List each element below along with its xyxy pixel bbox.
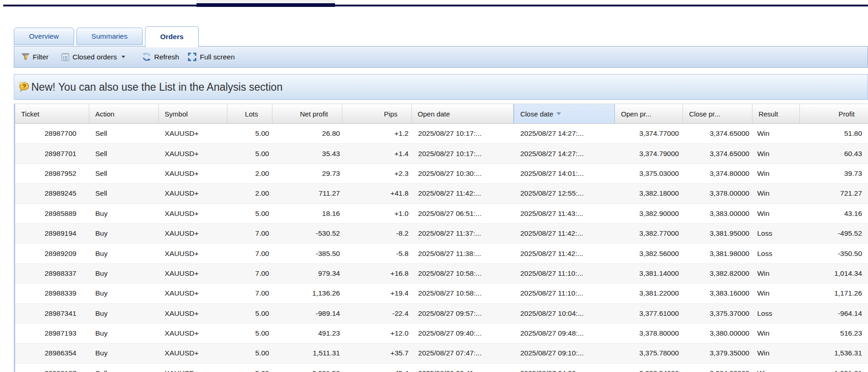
cell-close_price: 3,380.00000 [683, 329, 752, 337]
table-row[interactable]: 28985889BuyXAUUSD+5.0018.16+1.02025/08/2… [15, 204, 868, 224]
fullscreen-button[interactable]: Full screen [184, 50, 238, 64]
order-list-icon [61, 53, 69, 61]
header-label-open_date: Open date [418, 110, 450, 118]
cell-net_profit: 2,021.56 [272, 369, 342, 372]
orders-toolbar: Filter Closed orders [14, 46, 868, 68]
cell-open_price: 3,374.79000 [615, 150, 683, 158]
table-row[interactable]: 28986354BuyXAUUSD+5.001,511.31+35.72025/… [15, 343, 868, 363]
cell-open_price: 3,375.03000 [615, 169, 683, 178]
table-row[interactable]: 28987952SellXAUUSD+2.0029.73+2.32025/08/… [15, 164, 868, 184]
cell-lots: 5.00 [227, 309, 272, 318]
filter-button[interactable]: Filter [18, 51, 52, 63]
cell-net_profit: -385.50 [272, 250, 342, 258]
cell-profit: -495.52 [800, 229, 868, 238]
table-row[interactable]: 28989245SellXAUUSD+2.00711.27+41.82025/0… [15, 184, 868, 203]
cell-symbol: XAUUSD+ [159, 289, 227, 297]
cell-close_price: 3,383.00000 [683, 209, 752, 218]
table-row[interactable]: 28987193BuyXAUUSD+5.00491.23+12.02025/08… [15, 324, 868, 343]
cell-ticket: 28988339 [15, 289, 89, 297]
header-cell-action[interactable]: Action [89, 104, 159, 123]
cell-result: Win [752, 150, 800, 158]
cell-open_price: 3,382.56000 [615, 250, 683, 258]
cell-ticket: 28987341 [15, 309, 89, 318]
cell-profit: 43.16 [800, 209, 868, 218]
cell-pips: +45.4 [342, 369, 412, 372]
cell-symbol: XAUUSD+ [159, 369, 227, 372]
cell-symbol: XAUUSD+ [159, 209, 227, 218]
cell-lots: 5.00 [227, 209, 272, 218]
cell-action: Buy [89, 349, 159, 357]
cell-result: Loss [752, 250, 800, 258]
fullscreen-icon [187, 52, 197, 62]
table-row[interactable]: 28987341BuyXAUUSD+5.00-989.14-22.42025/0… [15, 304, 868, 324]
cell-result: Win [752, 129, 800, 138]
table-row[interactable]: 28987700SellXAUUSD+5.0026.80+1.22025/08/… [15, 124, 868, 144]
table-row[interactable]: 28987701SellXAUUSD+5.0035.43+1.42025/08/… [15, 144, 868, 163]
cell-net_profit: 18.16 [272, 209, 342, 218]
cell-close_date: 2025/08/27 09:48:... [514, 329, 615, 337]
cell-lots: 2.00 [227, 189, 272, 198]
cell-pips: +35.7 [342, 349, 412, 357]
table-row[interactable]: 28989194BuyXAUUSD+7.00-530.52-8.22025/08… [15, 224, 868, 244]
table-row[interactable]: 28988339BuyXAUUSD+7.001,136.26+19.42025/… [15, 284, 868, 303]
cell-pips: -22.4 [342, 309, 412, 318]
header-cell-profit[interactable]: Profit [800, 104, 868, 123]
header-cell-symbol[interactable]: Symbol [159, 104, 227, 123]
header-label-profit: Profit [839, 110, 855, 118]
tab-orders[interactable]: Orders [145, 26, 199, 47]
cell-symbol: XAUUSD+ [159, 169, 227, 178]
cell-lots: 7.00 [227, 250, 272, 258]
header-label-lots: Lots [245, 110, 258, 118]
cell-open_date: 2025/08/27 10:17:... [412, 150, 514, 158]
orders-page: Overview Summaries Orders Filter [0, 0, 868, 372]
tab-overview[interactable]: Overview [14, 28, 74, 45]
header-label-close_price: Close pr... [689, 110, 720, 118]
cell-symbol: XAUUSD+ [159, 129, 227, 138]
cell-close_date: 2025/08/27 11:10:... [514, 289, 615, 297]
cell-net_profit: -989.14 [272, 309, 342, 318]
cell-open_date: 2025/08/27 06:51:... [412, 209, 514, 218]
cell-result: Win [752, 329, 800, 337]
header-cell-net_profit[interactable]: Net profit [272, 104, 342, 123]
cell-pips: -8.2 [342, 229, 412, 238]
cell-profit: 1,014.34 [800, 269, 868, 278]
cell-result: Win [752, 209, 800, 218]
cell-ticket: 28989194 [15, 229, 89, 238]
cell-symbol: XAUUSD+ [159, 250, 227, 258]
cell-close_price: 3,384.00000 [683, 369, 752, 372]
cell-profit: 39.73 [800, 169, 868, 178]
chevron-down-icon [122, 56, 125, 58]
cell-net_profit: 1,136.26 [272, 289, 342, 297]
header-cell-close_date[interactable]: Close date [514, 104, 615, 123]
table-row[interactable]: 28983187SellXAUUSD+5.002,021.56+45.42025… [15, 364, 868, 372]
cell-result: Loss [752, 229, 800, 238]
cell-pips: +41.8 [342, 189, 412, 198]
tab-summaries[interactable]: Summaries [76, 28, 143, 45]
cell-close_price: 3,383.16000 [683, 289, 752, 297]
cell-open_date: 2025/08/27 10:17:... [412, 129, 514, 138]
header-cell-ticket[interactable]: Ticket [15, 104, 89, 123]
tab-overview-label: Overview [29, 32, 59, 41]
cell-net_profit: 979.34 [272, 269, 342, 278]
cell-close_price: 3,375.37000 [683, 309, 752, 318]
cell-close_price: 3,374.65000 [683, 150, 752, 158]
cell-close_date: 2025/08/27 09:10:... [514, 349, 615, 357]
top-nav-underline [3, 5, 868, 6]
header-cell-open_price[interactable]: Open pr... [615, 104, 683, 123]
table-row[interactable]: 28988337BuyXAUUSD+7.00979.34+16.82025/08… [15, 264, 868, 284]
cell-close_price: 3,381.95000 [683, 229, 752, 238]
header-cell-open_date[interactable]: Open date [412, 104, 514, 123]
refresh-button[interactable]: Refresh [139, 50, 182, 64]
closed-orders-dropdown[interactable]: Closed orders [58, 51, 128, 63]
cell-open_date: 2025/08/27 10:58:... [412, 269, 514, 278]
table-row[interactable]: 28989209BuyXAUUSD+7.00-385.50-5.82025/08… [15, 244, 868, 263]
cell-pips: +16.8 [342, 269, 412, 278]
cell-symbol: XAUUSD+ [159, 150, 227, 158]
cell-open_price: 3,381.14000 [615, 269, 683, 278]
cell-lots: 5.00 [227, 150, 272, 158]
header-cell-pips[interactable]: Pips [342, 104, 412, 123]
header-cell-lots[interactable]: Lots [227, 104, 272, 123]
header-cell-close_price[interactable]: Close pr... [683, 104, 752, 123]
header-cell-result[interactable]: Result [752, 104, 800, 123]
tab-orders-label: Orders [160, 33, 184, 41]
